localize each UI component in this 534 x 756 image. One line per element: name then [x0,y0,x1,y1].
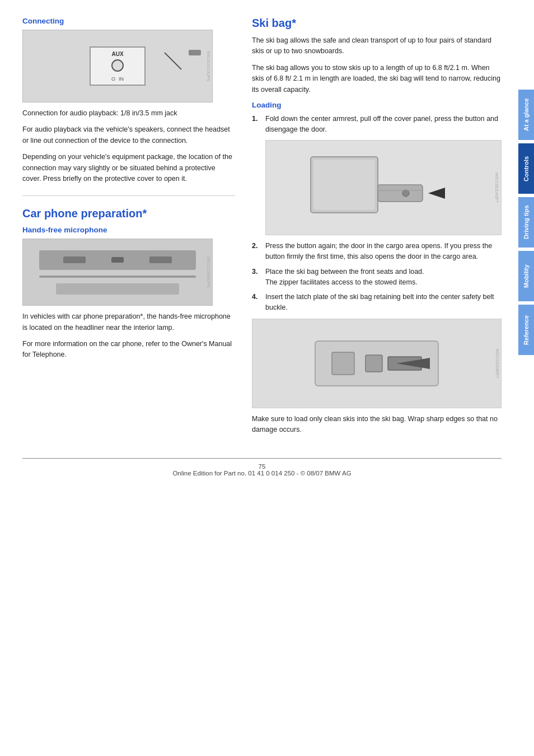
final-text: Make sure to load only clean skis into t… [252,414,502,436]
ski-image-2: W0C01B20B5PT [252,319,502,408]
tab-at-a-glance[interactable]: At a glance [518,90,534,140]
connecting-text3: Depending on your vehicle's equipment pa… [22,152,235,184]
side-tabs: At a glance Controls Driving tips Mobili… [518,0,534,756]
ski-bag-heading: Ski bag* [252,17,502,30]
tab-driving-tips[interactable]: Driving tips [518,197,534,248]
step-1: 1. Fold down the center armrest, pull of… [252,114,502,135]
ski-bag-text2: The ski bag allows you to stow skis up t… [252,63,502,95]
step-3-num: 3. [252,267,261,288]
mic-image: W0C01DAEBJPN [22,239,213,306]
step-1-num: 1. [252,114,261,135]
car-phone-heading: Car phone preparation* [22,207,235,220]
connecting-section: Connecting AUX O IN [22,17,235,184]
step-1-text: Fold down the center armrest, pull off t… [265,114,502,135]
tab-mobility[interactable]: Mobility [518,251,534,301]
svg-rect-3 [378,185,423,202]
svg-marker-5 [428,188,445,199]
tab-controls[interactable]: Controls [518,143,534,194]
aux-image: AUX O IN [22,30,213,102]
step-2-text: Press the button again; the door in the … [265,241,502,262]
loading-steps: 1. Fold down the center armrest, pull of… [252,114,502,313]
page-number: 75 [259,463,266,470]
step-3-text: Place the ski bag between the front seat… [265,268,424,276]
ski-image-1: W0C01B2DA5PT [265,140,502,235]
step-2: 2. Press the button again; the door in t… [252,241,502,262]
step-4-num: 4. [252,292,261,313]
connecting-heading: Connecting [22,17,235,25]
step-2-num: 2. [252,241,261,262]
ski-bag-text1: The ski bag allows the safe and clean tr… [252,35,502,57]
svg-rect-2 [313,160,375,210]
svg-rect-9 [366,355,382,372]
step-3-subtext: The zipper facilitates access to the sto… [265,278,418,286]
connecting-text1: Connection for audio playback: 1/8 in/3.… [22,108,235,119]
step-1-image-container: W0C01B2DA5PT [252,140,502,235]
step-4: 4. Insert the latch plate of the ski bag… [252,292,502,313]
tab-reference[interactable]: Reference [518,305,534,355]
connecting-text2: For audio playback via the vehicle's spe… [22,124,235,146]
hands-free-text2: For more information on the car phone, r… [22,339,235,361]
svg-line-0 [165,53,181,69]
page-footer: 75 Online Edition for Part no. 01 41 0 0… [22,458,502,477]
step-4-text: Insert the latch plate of the ski bag re… [265,292,502,313]
footer-text: Online Edition for Part no. 01 41 0 014 … [172,470,351,477]
car-phone-section: Car phone preparation* Hands-free microp… [22,207,235,361]
step-3: 3. Place the ski bag between the front s… [252,267,502,288]
loading-heading: Loading [252,101,502,109]
hands-free-text1: In vehicles with car phone preparation*,… [22,311,235,333]
svg-point-4 [402,190,409,197]
hands-free-heading: Hands-free microphone [22,226,235,234]
svg-rect-8 [332,352,354,375]
